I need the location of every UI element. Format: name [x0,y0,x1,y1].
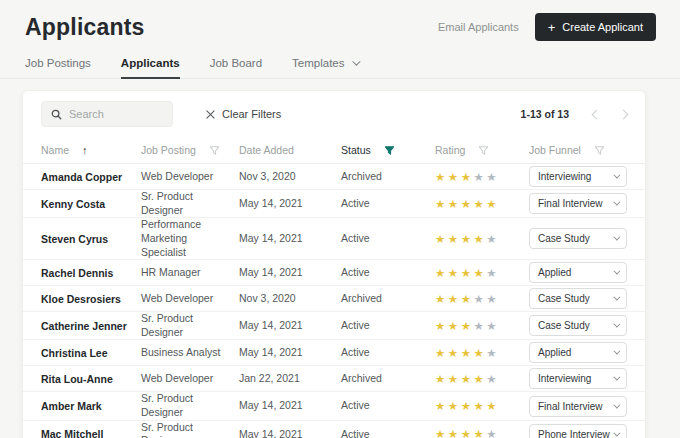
filter-icon[interactable] [209,145,220,156]
applicant-rating-stars: ★★★★★ [435,266,529,280]
pagination-count: 1-13 of 13 [521,108,569,120]
column-header-job-posting[interactable]: Job Posting [141,144,239,156]
applicant-date-added: Nov 3, 2020 [239,292,341,306]
applicant-status: Active [341,319,435,333]
applicant-rating-stars: ★★★★★ [435,292,529,306]
applicant-job-posting: Web Developer [141,170,239,184]
star-icon: ★ [473,293,486,305]
chevron-down-icon [613,401,620,408]
create-applicant-button[interactable]: + Create Applicant [535,13,656,41]
applicant-status: Active [341,428,435,438]
table-row: Catherine Jenner Sr. Product Designer Ma… [23,312,645,340]
chevron-down-icon [613,348,620,355]
filter-active-icon[interactable] [384,145,395,156]
applicant-rating-stars: ★★★★★ [435,319,529,333]
tab-bar: Job Postings Applicants Job Board Templa… [0,57,680,79]
applicant-name: Christina Lee [41,347,141,359]
table-row: Steven Cyrus Performance Marketing Speci… [23,218,645,260]
tab-job-postings[interactable]: Job Postings [25,57,91,78]
applicant-status: Archived [341,292,435,306]
column-header-date-added[interactable]: Date Added [239,144,341,156]
star-icon: ★ [461,320,474,332]
applicant-name: Rachel Dennis [41,267,141,279]
star-icon: ★ [473,171,486,183]
applicant-rating-stars: ★★★★★ [435,427,529,438]
star-icon: ★ [435,373,448,385]
chevron-down-icon [613,268,620,275]
chevron-down-icon [613,172,620,179]
page-header: Applicants Email Applicants + Create App… [0,0,680,41]
table-row: Kenny Costa Sr. Product Designer May 14,… [23,190,645,218]
tab-job-board[interactable]: Job Board [210,57,262,78]
applicant-job-posting: Sr. Product Designer [141,421,239,438]
search-box[interactable] [41,101,173,127]
star-icon: ★ [435,293,448,305]
job-funnel-dropdown[interactable]: Interviewing [529,166,627,187]
clear-filters-button[interactable]: Clear Filters [206,108,281,120]
star-icon: ★ [473,198,486,210]
job-funnel-dropdown[interactable]: Applied [529,262,627,283]
table-row: Mac Mitchell Sr. Product Designer May 14… [23,421,645,438]
create-applicant-label: Create Applicant [562,21,643,33]
table-body: Amanda Copper Web Developer Nov 3, 2020 … [23,164,645,438]
star-icon: ★ [448,428,461,438]
applicant-date-added: Nov 3, 2020 [239,170,341,184]
job-funnel-value: Case Study [538,293,590,304]
applicant-name: Steven Cyrus [41,233,141,245]
job-funnel-value: Phone Interview [538,429,610,438]
applicant-job-posting: Sr. Product Designer [141,312,239,339]
filter-icon[interactable] [594,145,605,156]
filter-icon[interactable] [478,145,489,156]
star-icon: ★ [461,293,474,305]
applicant-name: Catherine Jenner [41,320,141,332]
chevron-left-icon[interactable] [592,109,602,119]
chevron-down-icon [613,429,620,436]
job-funnel-dropdown[interactable]: Final Interview [529,193,627,214]
applicant-name: Mac Mitchell [41,428,141,438]
star-icon: ★ [473,347,486,359]
star-icon: ★ [448,347,461,359]
search-input[interactable] [69,108,163,120]
table-row: Amanda Copper Web Developer Nov 3, 2020 … [23,164,645,190]
search-icon [51,109,62,120]
star-icon: ★ [435,171,448,183]
email-applicants-link[interactable]: Email Applicants [438,21,519,33]
star-icon: ★ [435,267,448,279]
column-header-status[interactable]: Status [341,144,435,156]
plus-icon: + [548,23,556,32]
job-funnel-dropdown[interactable]: Applied [529,342,627,363]
column-header-job-funnel[interactable]: Job Funnel [529,144,627,156]
star-icon: ★ [473,428,486,438]
applicant-rating-stars: ★★★★★ [435,170,529,184]
job-funnel-value: Applied [538,267,571,278]
job-funnel-dropdown[interactable]: Phone Interview [529,424,627,438]
applicant-date-added: May 14, 2021 [239,346,341,360]
star-icon: ★ [435,198,448,210]
star-icon: ★ [448,267,461,279]
tab-applicants[interactable]: Applicants [121,57,180,78]
job-funnel-value: Applied [538,347,571,358]
applicant-job-posting: Web Developer [141,292,239,306]
chevron-down-icon [613,294,620,301]
job-funnel-dropdown[interactable]: Case Study [529,228,627,249]
job-funnel-dropdown[interactable]: Case Study [529,315,627,336]
job-funnel-value: Case Study [538,320,590,331]
column-header-rating[interactable]: Rating [435,144,529,156]
table-row: Rita Lou-Anne Web Developer Jan 22, 2021… [23,366,645,392]
job-funnel-value: Final Interview [538,198,602,209]
star-icon: ★ [461,373,474,385]
applicant-status: Active [341,232,435,246]
applicant-status: Archived [341,170,435,184]
star-icon: ★ [486,293,499,305]
applicant-date-added: May 14, 2021 [239,266,341,280]
tab-templates[interactable]: Templates [292,57,357,78]
job-funnel-dropdown[interactable]: Final Interview [529,396,627,417]
applicant-rating-stars: ★★★★★ [435,197,529,211]
star-icon: ★ [486,267,499,279]
chevron-right-icon[interactable] [619,109,629,119]
job-funnel-dropdown[interactable]: Interviewing [529,368,627,389]
column-header-name[interactable]: Name ↑ [41,144,141,156]
job-funnel-dropdown[interactable]: Case Study [529,288,627,309]
star-icon: ★ [486,233,499,245]
star-icon: ★ [461,347,474,359]
